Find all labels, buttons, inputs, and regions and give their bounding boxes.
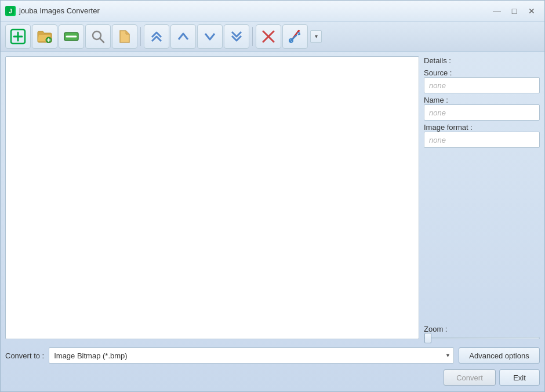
title-bar: J jouba Images Converter — □ ✕ xyxy=(1,1,544,21)
svg-text:J: J xyxy=(9,8,12,14)
action-buttons: Convert Exit xyxy=(1,369,544,391)
app-icon: J xyxy=(5,6,16,16)
convert-to-label: Convert to : xyxy=(5,351,44,360)
source-label: Source : xyxy=(424,68,540,77)
minimize-button[interactable]: — xyxy=(489,5,505,17)
zoom-slider[interactable] xyxy=(424,337,540,339)
toolbar-separator-2 xyxy=(252,27,253,46)
move-bottom-button[interactable] xyxy=(224,24,249,49)
settings-button[interactable] xyxy=(282,24,308,49)
zoom-label: Zoom : xyxy=(424,325,540,333)
toolbar: ▾ xyxy=(1,21,544,52)
image-list[interactable] xyxy=(5,56,419,339)
zoom-thumb[interactable] xyxy=(424,333,431,343)
svg-line-11 xyxy=(100,38,104,42)
exit-button[interactable]: Exit xyxy=(499,369,540,386)
move-up-button[interactable] xyxy=(170,24,196,49)
main-content: Details : Source : Name : Image format :… xyxy=(1,52,544,344)
format-select-wrapper: Image Bitmap (*.bmp) Image JPEG (*.jpg) … xyxy=(49,347,454,364)
title-bar-left: J jouba Images Converter xyxy=(5,6,100,16)
main-window: J jouba Images Converter — □ ✕ xyxy=(0,0,545,392)
image-format-input[interactable] xyxy=(424,132,540,148)
advanced-options-button[interactable]: Advanced options xyxy=(459,347,540,364)
source-input[interactable] xyxy=(424,77,540,93)
window-controls: — □ ✕ xyxy=(489,5,540,17)
maximize-button[interactable]: □ xyxy=(506,5,522,17)
right-panel: Details : Source : Name : Image format :… xyxy=(424,56,540,339)
delete-button[interactable] xyxy=(256,24,281,49)
open-folder-button[interactable] xyxy=(32,24,57,49)
move-top-button[interactable] xyxy=(144,24,169,49)
svg-line-16 xyxy=(290,35,296,41)
remove-button[interactable] xyxy=(59,24,84,49)
image-list-panel xyxy=(5,56,419,339)
image-format-label: Image format : xyxy=(424,123,540,132)
zoom-section: Zoom : xyxy=(424,320,540,339)
search-button[interactable] xyxy=(85,24,111,49)
open-file-button[interactable] xyxy=(112,24,137,49)
details-label: Details : xyxy=(424,56,540,65)
toolbar-separator-1 xyxy=(140,27,141,46)
name-input[interactable] xyxy=(424,104,540,121)
move-down-button[interactable] xyxy=(197,24,223,49)
add-image-button[interactable] xyxy=(5,24,31,49)
close-button[interactable]: ✕ xyxy=(524,5,540,17)
toolbar-dropdown[interactable]: ▾ xyxy=(310,30,322,43)
window-title: jouba Images Converter xyxy=(19,6,100,15)
bottom-bar: Convert to : Image Bitmap (*.bmp) Image … xyxy=(1,344,544,369)
format-select[interactable]: Image Bitmap (*.bmp) Image JPEG (*.jpg) … xyxy=(49,347,454,364)
name-label: Name : xyxy=(424,96,540,104)
convert-button[interactable]: Convert xyxy=(444,369,496,386)
